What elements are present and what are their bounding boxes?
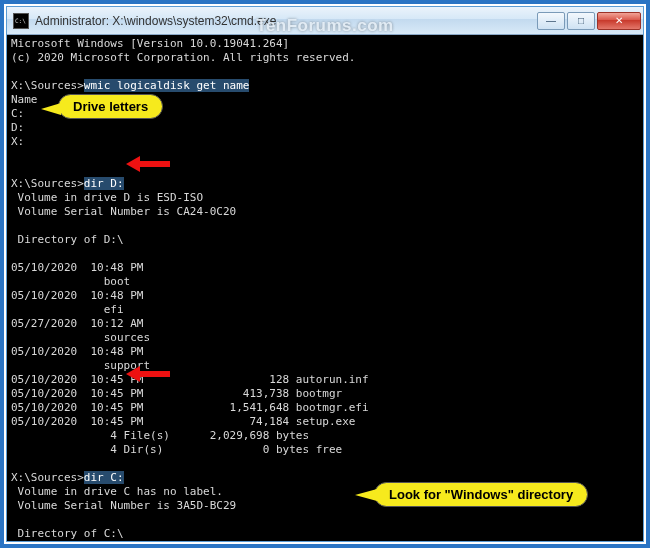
dir-d-dirof: Directory of D:\	[11, 233, 124, 246]
callout-windows-text: Look for "Windows" directory	[389, 487, 573, 502]
wmic-row-c: C:	[11, 107, 24, 120]
callout-look-for-windows: Look for "Windows" directory	[374, 482, 588, 507]
cmd-dir-d: dir D:	[84, 177, 124, 190]
prompt-2: X:\Sources>	[11, 177, 84, 190]
dir-c-dirof: Directory of C:\	[11, 527, 124, 540]
dir-c-vol: Volume in drive C has no label.	[11, 485, 223, 498]
dir-c-serial: Volume Serial Number is 3A5D-BC29	[11, 499, 236, 512]
window-title: Administrator: X:\windows\system32\cmd.e…	[35, 14, 535, 28]
header-line1: Microsoft Windows [Version 10.0.19041.26…	[11, 37, 289, 50]
callout-drive-letters-text: Drive letters	[73, 99, 148, 114]
cmd-window: Administrator: X:\windows\system32\cmd.e…	[6, 6, 644, 542]
callout-drive-letters: Drive letters	[58, 94, 163, 119]
cmd-wmic: wmic logicaldisk get name	[84, 79, 250, 92]
dir-d-serial: Volume Serial Number is CA24-0C20	[11, 205, 236, 218]
svg-marker-0	[126, 156, 170, 172]
cmd-icon	[13, 13, 29, 29]
wmic-row-x: X:	[11, 135, 24, 148]
wmic-header: Name	[11, 93, 38, 106]
header-line2: (c) 2020 Microsoft Corporation. All righ…	[11, 51, 355, 64]
svg-marker-1	[126, 366, 170, 382]
wmic-row-d: D:	[11, 121, 24, 134]
dir-d-sum2: 4 Dir(s) 0 bytes free	[11, 443, 342, 456]
prompt-3: X:\Sources>	[11, 471, 84, 484]
minimize-button[interactable]: —	[537, 12, 565, 30]
arrow-icon	[126, 156, 170, 172]
callout-tail-icon	[355, 489, 377, 501]
maximize-button[interactable]: □	[567, 12, 595, 30]
callout-tail-icon	[41, 103, 61, 115]
titlebar[interactable]: Administrator: X:\windows\system32\cmd.e…	[7, 7, 643, 35]
prompt-1: X:\Sources>	[11, 79, 84, 92]
cmd-dir-c: dir C:	[84, 471, 124, 484]
dir-d-sum1: 4 File(s) 2,029,698 bytes	[11, 429, 309, 442]
dir-d-vol: Volume in drive D is ESD-ISO	[11, 191, 203, 204]
dir-d-listing: 05/10/2020 10:48 PM boot 05/10/2020 10:4…	[11, 261, 639, 429]
close-button[interactable]: ✕	[597, 12, 641, 30]
arrow-icon	[126, 366, 170, 382]
